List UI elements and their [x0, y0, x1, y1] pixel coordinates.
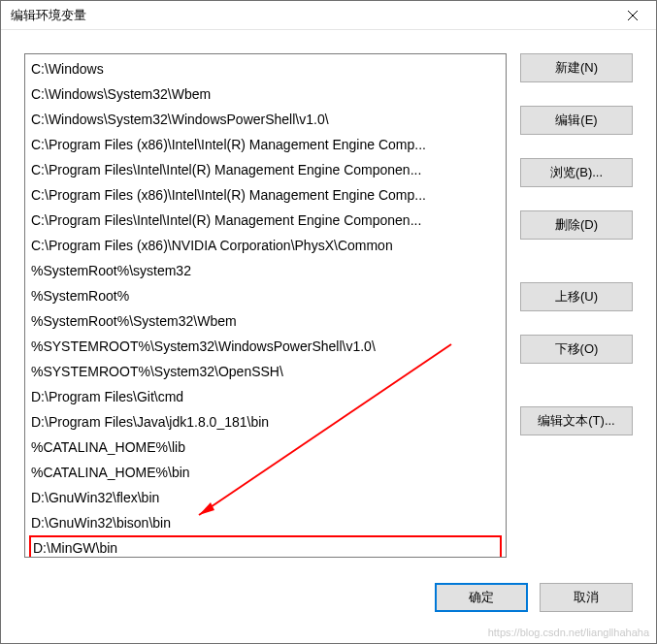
list-item[interactable]: D:\Program Files\Java\jdk1.8.0_181\bin [25, 409, 506, 435]
dialog-window: 编辑环境变量 C:\WindowsC:\Windows\System32\Wbe… [0, 0, 657, 644]
list-item-highlighted[interactable]: D:\MinGW\bin [29, 535, 502, 558]
list-item[interactable]: %CATALINA_HOME%\lib [25, 435, 506, 460]
list-item[interactable]: C:\Program Files (x86)\Intel\Intel(R) Ma… [25, 132, 506, 157]
new-button[interactable]: 新建(N) [520, 53, 633, 82]
list-item[interactable]: C:\Program Files (x86)\Intel\Intel(R) Ma… [25, 182, 506, 208]
titlebar: 编辑环境变量 [1, 1, 656, 30]
close-icon [628, 11, 638, 20]
list-item[interactable]: %SystemRoot% [25, 283, 506, 308]
list-item[interactable]: C:\Windows\System32\Wbem [25, 81, 506, 107]
close-button[interactable] [613, 2, 652, 29]
list-item[interactable]: D:\GnuWin32\flex\bin [25, 485, 506, 510]
cancel-button[interactable]: 取消 [540, 583, 633, 612]
browse-button[interactable]: 浏览(B)... [520, 158, 633, 187]
path-listbox[interactable]: C:\WindowsC:\Windows\System32\WbemC:\Win… [24, 53, 507, 558]
move-up-button[interactable]: 上移(U) [520, 282, 633, 311]
list-item[interactable]: D:\Program Files\Git\cmd [25, 384, 506, 409]
list-item[interactable]: C:\Program Files\Intel\Intel(R) Manageme… [25, 157, 506, 182]
ok-button[interactable]: 确定 [435, 583, 528, 612]
list-item[interactable]: C:\Windows [25, 56, 506, 81]
window-title: 编辑环境变量 [11, 7, 86, 24]
list-item[interactable]: %SYSTEMROOT%\System32\OpenSSH\ [25, 359, 506, 384]
list-item[interactable]: D:\GnuWin32\bison\bin [25, 510, 506, 535]
list-item[interactable]: %CATALINA_HOME%\bin [25, 460, 506, 485]
list-item[interactable]: C:\Windows\System32\WindowsPowerShell\v1… [25, 107, 506, 132]
list-item[interactable]: %SystemRoot%\System32\Wbem [25, 308, 506, 334]
dialog-content: C:\WindowsC:\Windows\System32\WbemC:\Win… [1, 30, 656, 567]
edit-button[interactable]: 编辑(E) [520, 106, 633, 135]
list-item[interactable]: C:\Program Files (x86)\NVIDIA Corporatio… [25, 233, 506, 258]
list-item[interactable]: %SYSTEMROOT%\System32\WindowsPowerShell\… [25, 334, 506, 359]
bottom-button-bar: 确定 取消 [1, 567, 656, 631]
list-item[interactable]: %SystemRoot%\system32 [25, 258, 506, 283]
edit-text-button[interactable]: 编辑文本(T)... [520, 406, 633, 435]
list-item[interactable]: C:\Program Files\Intel\Intel(R) Manageme… [25, 208, 506, 233]
delete-button[interactable]: 删除(D) [520, 210, 633, 240]
move-down-button[interactable]: 下移(O) [520, 335, 633, 364]
side-button-column: 新建(N) 编辑(E) 浏览(B)... 删除(D) 上移(U) 下移(O) 编… [520, 53, 633, 558]
list-wrap: C:\WindowsC:\Windows\System32\WbemC:\Win… [24, 53, 507, 558]
